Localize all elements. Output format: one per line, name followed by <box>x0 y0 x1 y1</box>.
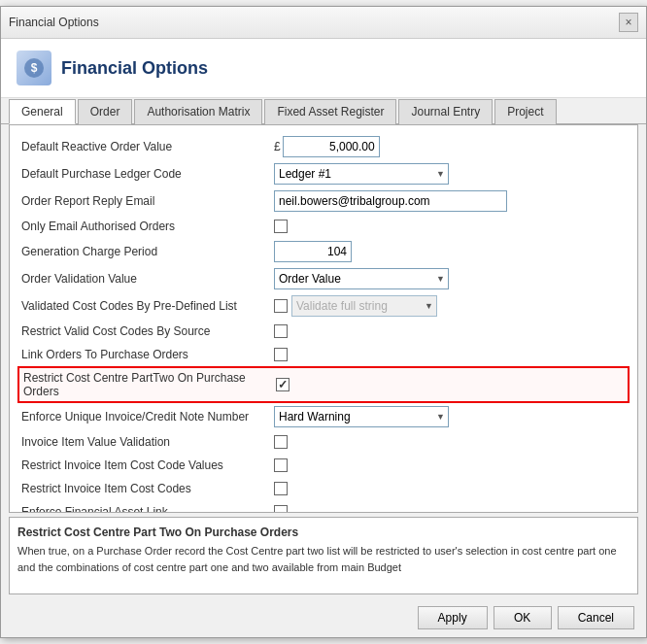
control-enforce-unique-invoice: Hard Warning <box>274 406 626 427</box>
ok-button[interactable]: OK <box>494 606 552 629</box>
restrict-invoice-cost-codes-checkbox[interactable] <box>274 482 288 495</box>
currency-wrapper: £ <box>274 136 380 157</box>
label-enforce-financial-asset: Enforce Financial Asset Link <box>21 505 274 513</box>
title-bar: Financial Options × <box>1 7 646 39</box>
reply-email-input[interactable] <box>274 190 507 212</box>
tab-project[interactable]: Project <box>494 99 556 124</box>
close-button[interactable]: × <box>619 13 638 32</box>
label-invoice-value-validation: Invoice Item Value Validation <box>21 435 274 449</box>
finance-icon: $ <box>22 56 46 80</box>
reactive-order-value-input[interactable] <box>283 136 380 157</box>
control-default-reactive: £ <box>274 136 626 157</box>
control-order-validation: Order Value <box>274 268 626 289</box>
control-ledger-code: Ledger #1 <box>274 163 626 185</box>
order-validation-select[interactable]: Order Value <box>274 268 449 289</box>
validate-string-select[interactable]: Validate full string <box>291 295 437 317</box>
ledger-code-select-wrapper: Ledger #1 <box>274 163 449 185</box>
charge-period-input[interactable] <box>274 241 352 262</box>
label-restrict-invoice-cost-codes: Restrict Invoice Item Cost Codes <box>21 482 274 495</box>
control-reply-email <box>274 190 626 212</box>
label-enforce-unique-invoice: Enforce Unique Invoice/Credit Note Numbe… <box>21 410 274 424</box>
row-enforce-unique-invoice: Enforce Unique Invoice/Credit Note Numbe… <box>17 403 630 430</box>
label-default-reactive: Default Reactive Order Value <box>21 140 274 153</box>
description-text: When true, on a Purchase Order record th… <box>17 543 630 575</box>
tabs-container: General Order Authorisation Matrix Fixed… <box>1 98 646 124</box>
row-restrict-invoice-cost-values: Restrict Invoice Item Cost Code Values <box>17 454 630 477</box>
link-orders-checkbox[interactable] <box>274 348 288 361</box>
cancel-button[interactable]: Cancel <box>558 606 634 629</box>
label-link-orders: Link Orders To Purchase Orders <box>21 348 274 361</box>
control-link-orders <box>274 348 626 361</box>
buttons-area: Apply OK Cancel <box>1 598 646 637</box>
window-title: Financial Options <box>9 16 99 29</box>
row-order-validation: Order Validation Value Order Value <box>17 265 630 292</box>
title-bar-text: Financial Options <box>9 16 99 29</box>
row-restrict-cost-codes: Restrict Valid Cost Codes By Source <box>17 320 630 343</box>
order-validation-select-wrapper: Order Value <box>274 268 449 289</box>
row-restrict-invoice-cost-codes: Restrict Invoice Item Cost Codes <box>17 477 630 500</box>
description-title: Restrict Cost Centre Part Two On Purchas… <box>17 525 630 539</box>
control-charge-period <box>274 241 626 262</box>
enforce-invoice-wrapper: Hard Warning <box>274 406 449 427</box>
row-reply-email: Order Report Reply Email <box>17 187 630 215</box>
invoice-value-validation-checkbox[interactable] <box>274 435 288 449</box>
row-enforce-financial-asset: Enforce Financial Asset Link <box>17 500 630 513</box>
label-order-validation: Order Validation Value <box>21 272 274 286</box>
validated-cost-codes-checkbox[interactable] <box>274 299 288 313</box>
financial-options-window: Financial Options × $ Financial Options … <box>0 6 647 638</box>
dialog-title: Financial Options <box>61 58 208 79</box>
row-email-auth-orders: Only Email Authorised Orders <box>17 215 630 238</box>
row-invoice-value-validation: Invoice Item Value Validation <box>17 430 630 454</box>
currency-symbol: £ <box>274 140 281 153</box>
label-email-auth-orders: Only Email Authorised Orders <box>21 220 274 233</box>
control-restrict-cost-codes <box>274 324 626 338</box>
apply-button[interactable]: Apply <box>418 606 488 629</box>
dialog-icon: $ <box>17 51 51 85</box>
restrict-cost-centre-checkbox[interactable] <box>276 378 289 391</box>
restrict-invoice-cost-values-checkbox[interactable] <box>274 458 288 472</box>
tab-authorisation-matrix[interactable]: Authorisation Matrix <box>134 99 262 124</box>
email-auth-orders-checkbox[interactable] <box>274 220 288 233</box>
control-invoice-value-validation <box>274 435 626 449</box>
row-link-orders: Link Orders To Purchase Orders <box>17 343 630 366</box>
control-restrict-cost-centre <box>276 378 624 391</box>
validate-string-wrapper: Validate full string <box>291 295 437 317</box>
row-ledger-code: Default Purchase Ledger Code Ledger #1 <box>17 160 630 187</box>
label-ledger-code: Default Purchase Ledger Code <box>21 167 274 181</box>
control-restrict-invoice-cost-codes <box>274 482 626 495</box>
label-restrict-cost-codes: Restrict Valid Cost Codes By Source <box>21 324 274 338</box>
tab-order[interactable]: Order <box>78 99 133 124</box>
tab-fixed-asset[interactable]: Fixed Asset Register <box>264 99 396 124</box>
row-validated-cost-codes: Validated Cost Codes By Pre-Defined List… <box>17 292 630 320</box>
row-default-reactive: Default Reactive Order Value £ <box>17 133 630 160</box>
description-area: Restrict Cost Centre Part Two On Purchas… <box>9 517 638 594</box>
label-charge-period: Generation Charge Period <box>21 245 274 258</box>
restrict-cost-codes-checkbox[interactable] <box>274 324 288 338</box>
tab-general[interactable]: General <box>9 99 76 124</box>
ledger-code-select[interactable]: Ledger #1 <box>274 163 449 185</box>
content-area: Default Reactive Order Value £ Default P… <box>9 124 638 513</box>
control-restrict-invoice-cost-values <box>274 458 626 472</box>
enforce-invoice-select[interactable]: Hard Warning <box>274 406 449 427</box>
row-charge-period: Generation Charge Period <box>17 238 630 265</box>
label-restrict-invoice-cost-values: Restrict Invoice Item Cost Code Values <box>21 458 274 472</box>
tab-journal-entry[interactable]: Journal Entry <box>398 99 493 124</box>
control-email-auth-orders <box>274 220 626 233</box>
checkbox-select-group: Validate full string <box>274 295 437 317</box>
enforce-financial-asset-checkbox[interactable] <box>274 505 288 513</box>
label-restrict-cost-centre: Restrict Cost Centre PartTwo On Purchase… <box>23 371 276 398</box>
svg-text:$: $ <box>31 61 38 75</box>
label-validated-cost-codes: Validated Cost Codes By Pre-Defined List <box>21 299 274 313</box>
dialog-header: $ Financial Options <box>1 39 646 98</box>
control-validated-cost-codes: Validate full string <box>274 295 626 317</box>
control-enforce-financial-asset <box>274 505 626 513</box>
label-reply-email: Order Report Reply Email <box>21 194 274 208</box>
row-restrict-cost-centre: Restrict Cost Centre PartTwo On Purchase… <box>17 366 630 403</box>
